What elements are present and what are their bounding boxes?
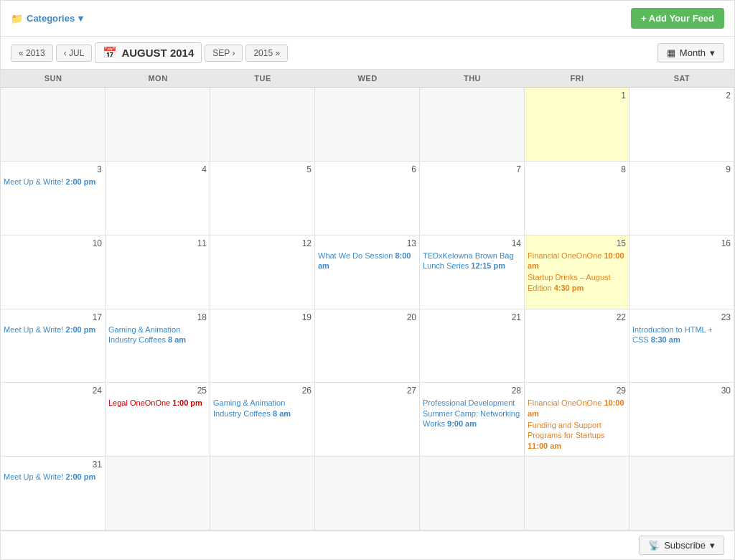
cal-cell-26: 26 Gaming & Animation Industry Coffees 8… [210,383,315,457]
cal-cell-20: 20 [315,309,420,383]
calendar: SUN MON TUE WED THU FRI SAT 1 2 3 M [1,70,734,531]
add-feed-button[interactable]: + Add Your Feed [631,8,724,29]
date-number: 12 [213,238,312,248]
date-number: 17 [4,312,102,322]
date-number: 7 [423,164,521,174]
cal-cell-18: 18 Gaming & Animation Industry Coffees 8… [106,309,210,383]
subscribe-button[interactable]: 📡 Subscribe ▾ [639,536,724,555]
cal-cell [315,457,420,531]
date-number: 1 [528,90,626,101]
cal-cell-7: 7 [420,162,525,235]
next-month-button[interactable]: SEP › [205,45,243,62]
cal-cell-6: 6 [315,162,420,235]
event[interactable]: Gaming & Animation Industry Coffees 8 am [213,398,312,419]
categories-button[interactable]: 📁 Categories ▾ [11,13,83,24]
date-number: 2 [632,90,731,101]
date-number: 29 [528,386,626,396]
cal-cell-4: 4 [106,162,210,235]
cal-cell-3: 3 Meet Up & Write! 2:00 pm [1,162,106,235]
event[interactable]: Meet Up & Write! 2:00 pm [4,177,102,187]
nav-left: « 2013 ‹ JUL 📅 AUGUST 2014 SEP › 2015 » [11,42,288,63]
cal-cell-17: 17 Meet Up & Write! 2:00 pm [1,309,106,383]
subscribe-label: Subscribe [664,540,706,551]
day-header-sun: SUN [1,70,106,87]
cal-cell [315,88,420,162]
grid-icon: ▦ [667,47,675,58]
cal-cell-31: 31 Meet Up & Write! 2:00 pm [1,457,106,531]
cal-cell-14: 14 TEDxKelowna Brown Bag Lunch Series 12… [420,235,525,309]
nav-bar: « 2013 ‹ JUL 📅 AUGUST 2014 SEP › 2015 » … [1,37,734,70]
event[interactable]: Gaming & Animation Industry Coffees 8 am [108,325,207,345]
app-container: 📁 Categories ▾ + Add Your Feed « 2013 ‹ … [0,0,735,560]
cal-cell-9: 9 [629,162,734,235]
day-header-wed: WED [315,70,420,87]
day-header-fri: FRI [525,70,629,87]
prev-year-button[interactable]: « 2013 [11,45,53,62]
current-month-label: AUGUST 2014 [121,47,194,59]
month-view-button[interactable]: ▦ Month ▾ [657,43,724,62]
event[interactable]: Professional Development Summer Camp: Ne… [423,398,521,429]
date-number: 20 [318,312,416,322]
event[interactable]: Financial OneOnOne 10:00 am [528,251,626,271]
date-number: 23 [632,312,731,322]
top-toolbar: 📁 Categories ▾ + Add Your Feed [1,1,734,37]
subscribe-dropdown-icon: ▾ [710,540,715,551]
event[interactable]: Meet Up & Write! 2:00 pm [4,472,102,482]
event[interactable]: TEDxKelowna Brown Bag Lunch Series 12:15… [423,251,521,271]
cal-cell [525,457,629,531]
event[interactable]: Introduction to HTML + CSS 8:30 am [632,325,731,345]
cal-cell-25: 25 Legal OneOnOne 1:00 pm [106,383,210,457]
day-header-mon: MON [106,70,210,87]
cal-cell [106,457,210,531]
cal-cell [420,88,525,162]
date-number: 22 [528,312,626,322]
date-number: 28 [423,386,521,396]
calendar-grid: 1 2 3 Meet Up & Write! 2:00 pm 4 5 6 7 [1,88,734,531]
cal-cell-30: 30 [629,383,734,457]
day-header-sat: SAT [629,70,734,87]
event[interactable]: What We Do Session 8:00 am [318,251,416,271]
categories-label: Categories [27,13,75,24]
date-number: 26 [213,386,312,396]
date-number: 18 [108,312,207,322]
folder-icon: 📁 [11,13,23,24]
date-number: 25 [108,386,207,396]
date-number: 14 [423,238,521,248]
calendar-icon: 📅 [103,46,117,60]
date-number: 31 [4,459,102,470]
cal-cell-10: 10 [1,235,106,309]
cal-cell-12: 12 [210,235,315,309]
cal-cell-24: 24 [1,383,106,457]
cal-cell-16: 16 [629,235,734,309]
month-view-label: Month [680,47,706,58]
date-number: 11 [108,238,207,248]
day-header-tue: TUE [210,70,315,87]
cal-cell [1,88,106,162]
cal-cell-2: 2 [629,88,734,162]
event[interactable]: Funding and Support Programs for Startup… [528,420,626,451]
event[interactable]: Financial OneOnOne 10:00 am [528,398,626,419]
next-year-button[interactable]: 2015 » [245,45,288,62]
event[interactable]: Meet Up & Write! 2:00 pm [4,325,102,335]
date-number: 27 [318,386,416,396]
subscribe-bar: 📡 Subscribe ▾ [1,531,734,559]
cal-cell-8: 8 [525,162,629,235]
date-number: 10 [4,238,102,248]
date-number: 8 [528,164,626,174]
cal-cell [210,457,315,531]
cal-cell-22: 22 [525,309,629,383]
current-month-display: 📅 AUGUST 2014 [95,42,202,63]
categories-dropdown-icon: ▾ [78,13,83,24]
rss-icon: 📡 [648,540,660,551]
event[interactable]: Startup Drinks – August Edition 4:30 pm [528,272,626,293]
cal-cell-19: 19 [210,309,315,383]
date-number: 15 [528,238,626,248]
cal-cell-15: 15 Financial OneOnOne 10:00 am Startup D… [525,235,629,309]
cal-cell-23: 23 Introduction to HTML + CSS 8:30 am [629,309,734,383]
cal-cell-28: 28 Professional Development Summer Camp:… [420,383,525,457]
prev-month-button[interactable]: ‹ JUL [56,45,93,62]
event[interactable]: Legal OneOnOne 1:00 pm [108,398,207,408]
date-number: 3 [4,164,102,174]
date-number: 5 [213,164,312,174]
cal-cell [210,88,315,162]
